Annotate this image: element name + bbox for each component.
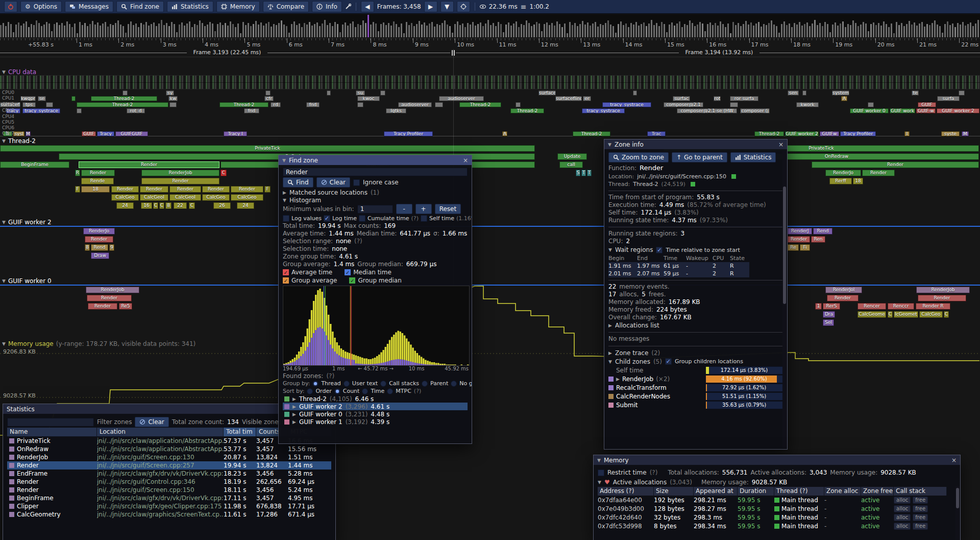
collapse-icon[interactable]: ▼ (282, 158, 286, 163)
find-button[interactable]: Find (283, 177, 313, 187)
timeline-zone[interactable]: audioserver (439, 96, 484, 101)
min-bin-input[interactable] (357, 205, 393, 214)
timeline-zone[interactable]: Render (862, 170, 895, 176)
timeline-zone[interactable]: rd (271, 102, 281, 107)
timeline-zone[interactable]: sen (788, 90, 799, 96)
memory-button[interactable]: Memory (216, 1, 260, 12)
timeline-zone[interactable] (327, 90, 331, 96)
timeline-zone[interactable]: Render (827, 295, 859, 301)
timeline-zone[interactable]: RerS (823, 303, 840, 310)
timeline-zone[interactable]: T (587, 170, 592, 176)
timeline-zone[interactable]: composer (j (740, 108, 770, 113)
zone-info-titlebar[interactable]: ▼ Zone info × (604, 139, 787, 149)
timeline-zone[interactable]: 26 (213, 202, 231, 209)
timeline-zone[interactable]: Render (88, 303, 117, 310)
log-time-checkbox[interactable]: ✓ (324, 215, 330, 222)
cpu-data-section-header[interactable]: ▼ CPU data (2, 68, 36, 76)
legend-color-checkbox[interactable]: ✓ (283, 269, 289, 275)
timeline-zone[interactable]: CalcGeo (919, 311, 943, 318)
frame-label[interactable]: Frame 3,194 (13.92 ms) (680, 49, 758, 56)
call-stack-chip[interactable]: free (913, 505, 928, 512)
timeline-zone[interactable]: 16 (141, 202, 152, 209)
timeline-zone[interactable]: M (962, 131, 969, 136)
timeline-zone[interactable]: Rende (81, 178, 114, 184)
timeline-zone[interactable]: C (189, 202, 195, 209)
timeline-zone[interactable]: Render (79, 161, 219, 168)
memory-window[interactable]: ▼ Memory × Restrict time (?) Total alloc… (593, 455, 961, 540)
timeline-zone[interactable]: Render (169, 186, 201, 193)
timeline-zone[interactable]: tracy_systrace (22, 108, 60, 113)
timeline-zone[interactable]: 24 (237, 202, 254, 209)
timeline-zone[interactable] (516, 102, 521, 107)
timeline-zone[interactable]: RenderJo (83, 228, 115, 234)
stats-row[interactable]: Renderjni/../jni/src/guif/Screen.cpp:257… (7, 461, 331, 469)
timeline-zone[interactable]: CalcGeoI (169, 194, 201, 201)
timeline-zone[interactable]: RenderJob (86, 287, 139, 293)
timeline-zone[interactable]: CalcGeo (231, 194, 263, 201)
clear-filter-button[interactable]: Clear (135, 417, 168, 427)
timeline-zone[interactable]: Render (788, 236, 810, 243)
timeline-zone[interactable]: GUIF (82, 131, 96, 136)
timeline-zone[interactable]: Render (812, 161, 979, 168)
timeline-zone[interactable]: 24 (116, 202, 134, 209)
scrollbar[interactable] (955, 486, 960, 539)
timeline-zone[interactable]: S (576, 170, 580, 176)
legend-color-checkbox[interactable]: ✓ (283, 277, 289, 284)
zone-info-window[interactable]: ▼ Zone info × Zoom to zone ↑Go to parent… (604, 139, 788, 450)
scrollbar[interactable] (782, 151, 787, 448)
timeline-zone[interactable]: syste (941, 131, 960, 136)
timeline-zone[interactable]: Re (788, 244, 799, 251)
timeline-zone[interactable]: composer@2.1-se (HW (677, 108, 737, 113)
legend-color-checkbox[interactable]: ✓ (349, 277, 355, 284)
scrollbar-thumb[interactable] (956, 488, 959, 508)
clear-button[interactable]: Clear (316, 177, 350, 187)
self-time-checkbox[interactable] (421, 215, 427, 222)
power-button[interactable] (4, 1, 17, 12)
timeline-zone[interactable]: CalcGeome (857, 311, 886, 318)
timeline-zone[interactable] (77, 108, 82, 113)
go-to-parent-button[interactable]: ↑Go to parent (672, 152, 727, 162)
close-icon[interactable]: × (778, 141, 783, 148)
timeline-zone[interactable]: GUIF worker 2 (785, 131, 819, 136)
order-radio[interactable] (307, 388, 313, 394)
timeline-zone[interactable]: GUIF-w (916, 108, 936, 113)
timeline-zone[interactable]: rot_d (127, 108, 145, 113)
timeline-zone[interactable]: su (356, 90, 365, 96)
timeline-zone[interactable] (802, 90, 806, 96)
timeline-zone[interactable]: 1 (815, 303, 822, 310)
timeline-zone[interactable]: audioserver (398, 102, 432, 107)
timeline-zone[interactable]: CalcGeo (202, 194, 230, 201)
column-header-name[interactable]: Name (7, 428, 97, 437)
call-stack-chip[interactable]: alloc (894, 505, 911, 512)
timeline-zone[interactable] (959, 90, 965, 96)
time-ruler[interactable]: +55.83 s 1 ms2 ms3 ms4 ms5 ms6 ms7 ms8 m… (0, 38, 980, 49)
histogram-plot[interactable] (283, 286, 470, 366)
parent-radio[interactable] (422, 381, 428, 387)
expand-icon[interactable]: ▶ (292, 404, 296, 409)
location-value[interactable]: jni/../jni/src/guif/Screen.cpp:150 (637, 173, 726, 180)
timeline-zone[interactable]: GUIFw (820, 131, 839, 136)
cumulate-time-checkbox[interactable] (359, 215, 365, 222)
timeline-zone[interactable] (265, 90, 271, 96)
timeline-zone[interactable]: RenderJob (916, 287, 970, 293)
next-frame-button[interactable]: ▶ (424, 1, 437, 12)
timeline-zone[interactable]: kwgpr (20, 96, 36, 101)
stats-row[interactable]: CalcGeometryjni/../jni/src/claw/graphics… (7, 510, 331, 519)
expand-icon[interactable]: ▶ (608, 350, 612, 356)
timeline-zone[interactable]: surfac (673, 96, 690, 101)
timeline-zone[interactable]: Thread-2 (573, 131, 610, 136)
timeline-zone[interactable]: PrivateTick (0, 145, 535, 152)
call-stack-chip[interactable]: free (913, 523, 928, 530)
timeline-zone[interactable]: 18 (853, 178, 863, 184)
column-header-location[interactable]: Location (97, 428, 224, 437)
timeline-zone[interactable]: Dra (823, 311, 835, 318)
timeline-zone[interactable]: CalcGeoI (140, 194, 168, 201)
allocation-address[interactable]: 0x7dfaa64e00 (598, 497, 654, 504)
legend-color-checkbox[interactable]: ✓ (345, 269, 351, 275)
timeline-zone[interactable]: Render (81, 170, 115, 176)
allocation-address[interactable]: 0x7dfc42d640 (598, 514, 654, 521)
timeline-zone[interactable]: 22 (174, 202, 187, 209)
found-zone-group-row[interactable]: ▶GUIF worker 1(3,192)4.39 s (283, 418, 468, 426)
restrict-time-checkbox[interactable] (598, 469, 604, 476)
timeline-zone[interactable]: C (944, 311, 949, 318)
